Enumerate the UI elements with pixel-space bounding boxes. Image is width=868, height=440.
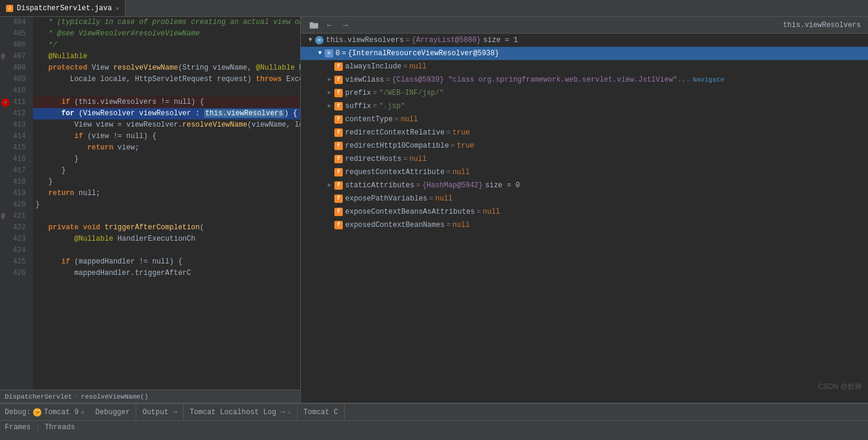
var-row-prefix[interactable]: ▶ f prefix = "/WEB-INF/jsp/" xyxy=(301,86,868,100)
debug-tab-debugger[interactable]: Debugger xyxy=(89,404,137,420)
code-line-419: return null; xyxy=(33,188,300,199)
var-row-redirectHosts[interactable]: f redirectHosts = null xyxy=(301,152,868,166)
debug-tab-name: Tomcat 9 xyxy=(44,408,79,417)
var-row-exposeContextBeansAsAttributes[interactable]: f exposeContextBeansAsAttributes = null xyxy=(301,205,868,218)
tab-bar: J DispatcherServlet.java ✕ xyxy=(0,0,868,17)
debug-tab-tomcat-c-label: Tomcat C xyxy=(304,408,339,417)
var-row-alwaysInclude[interactable]: f alwaysInclude = null xyxy=(301,60,868,73)
line-num-425: 425 xyxy=(0,256,28,268)
navigate-viewClass[interactable]: Navigate xyxy=(693,73,725,86)
debug-tabs: Debug: 🐱 Tomcat 9 ✕ Debugger Output → To… xyxy=(0,404,868,421)
code-line-411: if (this.viewResolvers != null) { xyxy=(33,97,300,108)
code-line-416: } xyxy=(33,154,300,165)
line-num-404: 404 xyxy=(0,17,28,28)
code-line-418: } xyxy=(33,176,300,188)
tab-close-button[interactable]: ✕ xyxy=(115,5,119,12)
debug-tab-debugger-label: Debugger xyxy=(95,408,130,417)
line-num-413: 413 xyxy=(0,119,28,131)
code-line-407: @Nullable xyxy=(33,51,300,62)
line-numbers: 404 405 406 @ 407 408 409 410 ● 411 412 … xyxy=(0,17,33,390)
line-num-406: 406 xyxy=(0,40,28,51)
var-panel-header: ← → this.viewResolvers xyxy=(301,17,868,34)
debug-tab-tomcat-c[interactable]: Tomcat C xyxy=(298,404,345,420)
var-row-staticAttributes[interactable]: ▶ f staticAttributes = {HashMap@5942} si… xyxy=(301,179,868,192)
expand-arrow-suffix: ▶ xyxy=(325,100,334,113)
line-num-410: 410 xyxy=(0,85,28,97)
var-row-requestContextAttribute[interactable]: f requestContextAttribute = null xyxy=(301,166,868,179)
code-line-406: */ xyxy=(33,40,300,51)
line-num-419: 419 xyxy=(0,188,28,199)
debug-label: Debug: xyxy=(5,408,31,417)
code-line-408: protected View resolveViewName(String vi… xyxy=(33,62,300,74)
expand-arrow-viewClass: ▶ xyxy=(325,73,334,86)
field-icon-exposeContextBeansAsAttributes: f xyxy=(334,208,343,216)
line-num-424: 424 xyxy=(0,245,28,256)
field-icon-staticAttributes: f xyxy=(334,181,343,190)
tab-label: DispatcherServlet.java xyxy=(17,4,112,13)
line-num-417: 417 xyxy=(0,165,28,176)
line-num-416: 416 xyxy=(0,154,28,165)
forward-button[interactable]: → xyxy=(339,19,351,31)
field-icon-exposePathVariables: f xyxy=(334,194,343,203)
code-editor: 404 405 406 @ 407 408 409 410 ● 411 412 … xyxy=(0,17,300,403)
debug-tab-output[interactable]: Output → xyxy=(136,404,184,420)
var-row-viewClass[interactable]: ▶ f viewClass = {Class@5939} "class org.… xyxy=(301,73,868,86)
expand-arrow-staticAttributes: ▶ xyxy=(325,179,334,192)
line-num-426: 426 xyxy=(0,268,28,279)
var-row-redirectHttp10Compatible[interactable]: f redirectHttp10Compatible = true xyxy=(301,139,868,152)
var-row-contentType[interactable]: f contentType = null xyxy=(301,113,868,126)
folder-icon[interactable] xyxy=(308,19,320,31)
var-row-root[interactable]: ▼ ∞ this.viewResolvers = {ArrayList@5880… xyxy=(301,34,868,47)
code-line-424 xyxy=(33,245,300,256)
var-tree[interactable]: ▼ ∞ this.viewResolvers = {ArrayList@5880… xyxy=(301,34,868,403)
var-row-redirectContextRelative[interactable]: f redirectContextRelative = true xyxy=(301,126,868,139)
file-tab[interactable]: J DispatcherServlet.java ✕ xyxy=(0,0,125,16)
tomcat-debug-icon: 🐱 xyxy=(33,408,41,417)
var-row-exposePathVariables[interactable]: f exposePathVariables = null xyxy=(301,192,868,205)
debug-tab-localhost-label: Tomcat Localhost Log → xyxy=(190,408,285,417)
code-lines: * (typically in case of problems creatin… xyxy=(33,17,300,390)
watermark: CSDN @默辨 xyxy=(818,382,862,392)
back-button[interactable]: ← xyxy=(324,19,336,31)
line-num-422: 422 xyxy=(0,222,28,234)
debug-tab-localhost-log[interactable]: Tomcat Localhost Log → ✕ xyxy=(184,404,297,420)
frames-label: Frames xyxy=(5,423,31,432)
line-num-409: 409 xyxy=(0,74,28,85)
code-line-405: * @see ViewResolver#resolveViewName xyxy=(33,28,300,40)
var-panel: ← → this.viewResolvers ▼ ∞ this.viewReso… xyxy=(300,17,868,403)
var-row-0[interactable]: ▼ ≡ 0 = {InternalResourceViewResolver@59… xyxy=(301,47,868,60)
breadcrumb-method: resolveViewName() xyxy=(81,393,148,400)
code-line-425: if (mappedHandler != null) { xyxy=(33,256,300,268)
field-icon-contentType: f xyxy=(334,115,343,124)
code-line-414: if (view != null) { xyxy=(33,131,300,142)
field-icon-0: ≡ xyxy=(325,49,333,58)
java-file-icon: J xyxy=(6,5,13,12)
var-row-exposedContextBeanNames[interactable]: f exposedContextBeanNames = null xyxy=(301,218,868,232)
debug-label-area: Debug: 🐱 Tomcat 9 ✕ xyxy=(0,404,89,420)
code-line-410 xyxy=(33,85,300,97)
var-row-suffix[interactable]: ▶ f suffix = ".jsp" xyxy=(301,100,868,113)
code-line-426: mappedHandler.triggerAfterC xyxy=(33,268,300,279)
field-icon-viewClass: f xyxy=(334,76,343,84)
expand-arrow-prefix: ▶ xyxy=(325,86,334,100)
var-panel-toolbar: ← → xyxy=(308,19,351,31)
code-line-409: Locale locale, HttpServletRequest reques… xyxy=(33,74,300,85)
var-panel-title: this.viewResolvers xyxy=(783,21,861,29)
line-num-411: ● 411 xyxy=(0,97,28,108)
code-line-421 xyxy=(33,211,300,222)
code-line-412: for (ViewResolver viewResolver : this.vi… xyxy=(33,108,300,119)
line-num-418: 418 xyxy=(0,176,28,188)
field-icon-requestContextAttribute: f xyxy=(334,168,343,176)
field-icon-redirectContextRelative: f xyxy=(334,128,343,137)
code-line-417: } xyxy=(33,165,300,176)
code-line-415: return view; xyxy=(33,142,300,154)
line-num-405: 405 xyxy=(0,28,28,40)
line-num-420: 420 xyxy=(0,199,28,211)
line-num-423: 423 xyxy=(0,234,28,245)
editor-area: 404 405 406 @ 407 408 409 410 ● 411 412 … xyxy=(0,17,868,403)
line-num-415: 415 xyxy=(0,142,28,154)
breadcrumb: DispatcherServlet › resolveViewName() xyxy=(0,390,300,403)
breakpoint-icon[interactable]: ● xyxy=(1,98,10,107)
field-icon-redirectHosts: f xyxy=(334,155,343,163)
field-icon-suffix: f xyxy=(334,102,343,110)
